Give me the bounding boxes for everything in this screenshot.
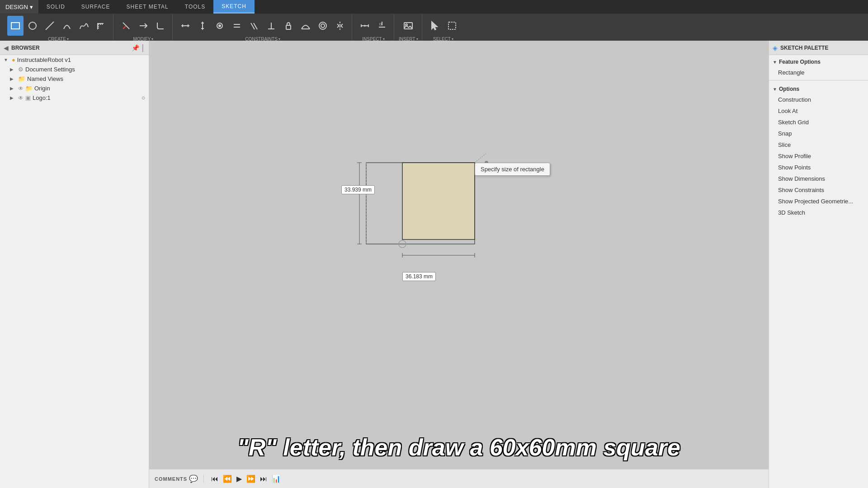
construction-label: Construction bbox=[778, 96, 811, 103]
show-points-option[interactable]: Show Points bbox=[769, 162, 868, 173]
svg-point-19 bbox=[319, 22, 326, 29]
arc-tool[interactable] bbox=[59, 16, 75, 36]
fillet-tool[interactable] bbox=[152, 16, 169, 36]
skip-start-btn[interactable]: ⏮ bbox=[211, 475, 218, 483]
snap-option[interactable]: Snap bbox=[769, 128, 868, 139]
logo-eye-icon: 👁 bbox=[18, 95, 24, 101]
width-dimension-label: 36.183 mm bbox=[402, 272, 436, 281]
line-tool[interactable] bbox=[42, 16, 58, 36]
construction-option[interactable]: Construction bbox=[769, 94, 868, 105]
panel-header: ◈ SKETCH PALETTE bbox=[769, 41, 868, 55]
playback-controls: ⏮ ⏪ ▶ ⏩ ⏭ 📊 bbox=[204, 474, 288, 483]
sidebar-controls: 📌 │ bbox=[132, 44, 145, 52]
svg-line-42 bbox=[475, 154, 486, 163]
3d-sketch-label: 3D Sketch bbox=[778, 209, 805, 216]
show-constraints-option[interactable]: Show Constraints bbox=[769, 184, 868, 196]
canvas-area[interactable]: 33.939 mm 36.183 mm Specify size of rect… bbox=[149, 41, 769, 488]
main-content: ◀ BROWSER 📌 │ ▼ ● InstructableRobot v1 ▶… bbox=[0, 41, 868, 488]
browser-title: BROWSER bbox=[11, 45, 40, 51]
tab-surface[interactable]: SURFACE bbox=[73, 0, 118, 14]
coincident-constraint[interactable] bbox=[212, 16, 228, 36]
logo-icon: ▣ bbox=[25, 94, 31, 101]
show-projected-option[interactable]: Show Projected Geometrie... bbox=[769, 196, 868, 207]
concentric-constraint[interactable] bbox=[315, 16, 331, 36]
look-at-option[interactable]: Look At bbox=[769, 105, 868, 117]
tree-item-named-views[interactable]: ▶ 📁 Named Views bbox=[0, 74, 149, 84]
show-dimensions-option[interactable]: Show Dimensions bbox=[769, 173, 868, 184]
insert-tools bbox=[400, 16, 416, 36]
create-arrow: ▾ bbox=[67, 37, 69, 41]
sketch-grid-option[interactable]: Sketch Grid bbox=[769, 117, 868, 128]
tree-item-logo[interactable]: ▶ 👁 ▣ Logo:1 ⊙ bbox=[0, 93, 149, 103]
inspect-group: D INSPECT ▾ bbox=[353, 14, 394, 40]
rectangle-tool[interactable] bbox=[7, 16, 24, 36]
tree-item-origin[interactable]: ▶ 👁 📁 Origin bbox=[0, 84, 149, 93]
insert-image-tool[interactable] bbox=[400, 16, 416, 36]
skip-back-btn[interactable]: ⏪ bbox=[223, 474, 232, 483]
rectangle-option[interactable]: Rectangle bbox=[769, 67, 868, 78]
symmetry-constraint[interactable] bbox=[332, 16, 348, 36]
3d-sketch-option[interactable]: 3D Sketch bbox=[769, 207, 868, 218]
named-views-label: Named Views bbox=[27, 75, 145, 82]
doc-settings-icon: ⚙ bbox=[18, 66, 24, 73]
window-select-tool[interactable] bbox=[444, 16, 460, 36]
play-btn[interactable]: ▶ bbox=[236, 474, 242, 483]
tab-tools[interactable]: TOOLS bbox=[177, 0, 213, 14]
trim-tool[interactable] bbox=[118, 16, 134, 36]
measure-tool[interactable] bbox=[357, 16, 373, 36]
create-label-text: CREATE bbox=[48, 37, 66, 42]
design-button[interactable]: DESIGN ▾ bbox=[0, 0, 38, 14]
logo-expand-arrow: ▶ bbox=[10, 95, 16, 100]
root-icon: ● bbox=[12, 56, 15, 63]
tangent-constraint[interactable] bbox=[297, 16, 314, 36]
panel-title: SKETCH PALETTE bbox=[780, 45, 828, 51]
lock-constraint[interactable] bbox=[280, 16, 297, 36]
sidebar-pin[interactable]: 📌 bbox=[132, 44, 139, 52]
select-tool[interactable] bbox=[427, 16, 443, 36]
perpendicular-constraint[interactable] bbox=[263, 16, 279, 36]
options-section-label: Options bbox=[779, 86, 799, 92]
named-views-icon: 📁 bbox=[18, 75, 25, 82]
origin-label: Origin bbox=[34, 85, 145, 92]
timeline-btn[interactable]: 📊 bbox=[272, 474, 281, 483]
horizontal-constraint[interactable] bbox=[177, 16, 193, 36]
tree-item-root[interactable]: ▼ ● InstructableRobot v1 bbox=[0, 55, 149, 65]
rectangle-option-label: Rectangle bbox=[778, 69, 805, 76]
svg-text:D: D bbox=[379, 22, 382, 26]
tooltip-text: Specify size of rectangle bbox=[481, 166, 544, 173]
slice-option[interactable]: Slice bbox=[769, 139, 868, 150]
sidebar-collapse[interactable]: │ bbox=[141, 44, 145, 52]
add-comment-btn[interactable]: 💬 bbox=[189, 474, 198, 483]
tab-solid[interactable]: SOLID bbox=[38, 0, 73, 14]
options-section-header[interactable]: ▼ Options bbox=[769, 82, 868, 94]
sketch-grid-label: Sketch Grid bbox=[778, 119, 809, 126]
modify-group: MODIFY ▾ bbox=[114, 14, 173, 40]
slice-label: Slice bbox=[778, 141, 791, 148]
dimension-tool[interactable]: D bbox=[374, 16, 390, 36]
show-profile-option[interactable]: Show Profile bbox=[769, 150, 868, 162]
select-group: SELECT ▾ bbox=[423, 14, 464, 40]
origin-expand-arrow: ▶ bbox=[10, 86, 16, 91]
parallel-constraint[interactable] bbox=[246, 16, 262, 36]
skip-forward-btn[interactable]: ⏩ bbox=[246, 474, 255, 483]
svg-rect-31 bbox=[448, 22, 456, 29]
spline-tool[interactable] bbox=[76, 16, 92, 36]
show-profile-label: Show Profile bbox=[778, 153, 811, 160]
equal-constraint[interactable] bbox=[229, 16, 245, 36]
tab-sheet-metal[interactable]: SHEET METAL bbox=[118, 0, 177, 14]
skip-end-btn[interactable]: ⏭ bbox=[260, 475, 267, 483]
circle-tool[interactable] bbox=[24, 16, 41, 36]
options-arrow: ▼ bbox=[773, 87, 777, 92]
tab-sketch[interactable]: SKETCH bbox=[213, 0, 255, 14]
svg-point-20 bbox=[321, 24, 325, 28]
feature-options-section-header[interactable]: ▼ Feature Options bbox=[769, 55, 868, 67]
extend-tool[interactable] bbox=[135, 16, 151, 36]
doc-settings-label: Document Settings bbox=[25, 66, 145, 73]
offset-tool[interactable] bbox=[93, 16, 109, 36]
sketch-svg bbox=[330, 131, 556, 334]
tree-item-doc-settings[interactable]: ▶ ⚙ Document Settings bbox=[0, 65, 149, 74]
subtitle-bar: "R" letter, then draw a 60x60mm square bbox=[149, 434, 769, 461]
svg-rect-33 bbox=[402, 163, 475, 239]
vertical-constraint[interactable] bbox=[194, 16, 211, 36]
origin-folder-icon: 📁 bbox=[25, 85, 33, 92]
